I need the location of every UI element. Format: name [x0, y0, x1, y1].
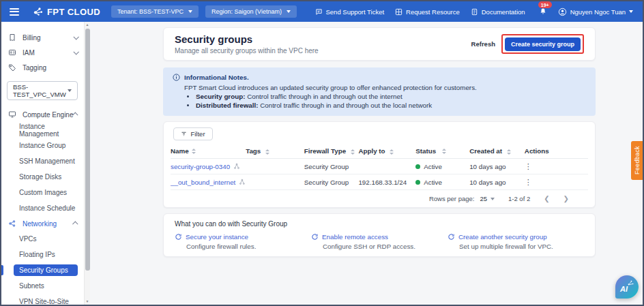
- security-groups-table-card: Filter Name Tags Firewall Type: [163, 121, 596, 208]
- network-icon: [8, 219, 17, 228]
- pagination-range: 1-2 of 2: [508, 195, 530, 202]
- table-row: __out_bound_internet Security Group 192.…: [171, 174, 588, 190]
- informational-notes-box: Informational Notes. FPT Smart Cloud int…: [163, 67, 596, 116]
- column-header-firewall-type[interactable]: Firewall Type: [304, 147, 359, 155]
- topology-icon: [233, 163, 240, 170]
- chevron-down-icon: [629, 10, 633, 13]
- sort-icon[interactable]: [507, 149, 511, 155]
- create-another-security-group-link[interactable]: Create another security group: [458, 233, 547, 241]
- tenant-label: Tenant: BSS-TEST-VPC: [117, 8, 184, 15]
- hamburger-menu-icon[interactable]: [10, 8, 19, 16]
- vpc-selector-dropdown[interactable]: BSS-TEST_VPC_VMW: [7, 81, 78, 100]
- chevron-down-icon: [73, 49, 78, 55]
- quick-actions-title: What you can do with Security Group: [175, 220, 584, 228]
- previous-page-button[interactable]: ❮: [544, 195, 549, 202]
- table-row: security-group-0340 Security Group Activ…: [171, 159, 588, 174]
- sidebar-section-networking[interactable]: Networking: [1, 216, 83, 231]
- filter-button[interactable]: Filter: [173, 127, 213, 140]
- sidebar-section-compute-engine[interactable]: Compute Engine: [1, 107, 83, 122]
- rows-per-page-label: Rows per page:: [429, 195, 475, 202]
- row-actions-menu-icon[interactable]: ⋮: [525, 178, 532, 187]
- request-resource-link[interactable]: Request Resource: [395, 8, 460, 16]
- feedback-tab[interactable]: Feedback: [631, 141, 643, 180]
- sidebar: Billing IAM Taggi: [1, 22, 90, 305]
- column-header-tags[interactable]: Tags: [246, 147, 304, 155]
- quick-action-subtitle: Set up multiple firewall for VPC.: [459, 243, 584, 250]
- cell-firewall-type: Security Group: [304, 179, 359, 186]
- column-header-apply-to[interactable]: Apply to: [358, 147, 415, 155]
- tenant-selector[interactable]: Tenant: BSS-TEST-VPC: [111, 5, 199, 18]
- page-subtitle: Manage all security groups within the VP…: [175, 47, 319, 55]
- brand-name: FPT CLOUD: [47, 7, 100, 17]
- rows-per-page-select[interactable]: 25: [480, 195, 495, 202]
- cell-status: Active: [415, 163, 469, 170]
- ai-assistant-button[interactable]: AI: [615, 275, 639, 299]
- scroll-down-arrow-icon[interactable]: ▼: [86, 299, 89, 304]
- column-header-created-at[interactable]: Created at: [469, 147, 521, 155]
- user-menu[interactable]: Nguyen Ngoc Tuan: [558, 7, 633, 16]
- sidebar-scrollbar[interactable]: ▲ ▼: [84, 22, 90, 305]
- sidebar-item-billing[interactable]: Billing: [1, 30, 83, 45]
- info-icon: [173, 74, 180, 81]
- navbar-right: Send Support Ticket Request Resource Doc…: [315, 7, 634, 16]
- document-icon: [471, 8, 478, 16]
- main-content: Security groups Manage all security grou…: [90, 22, 643, 305]
- user-avatar-icon: [558, 7, 567, 16]
- send-support-ticket-link[interactable]: Send Support Ticket: [315, 8, 385, 16]
- create-security-group-button[interactable]: Create security group: [505, 37, 581, 51]
- vpc-selector-value: BSS-TEST_VPC_VMW: [13, 83, 68, 98]
- sort-icon[interactable]: [390, 149, 394, 155]
- sort-icon[interactable]: [442, 149, 446, 154]
- scrollbar-thumb[interactable]: [85, 29, 90, 271]
- status-badge: Active: [424, 163, 442, 170]
- sidebar-item-ssh-management[interactable]: SSH Management: [1, 153, 83, 169]
- sidebar-item-storage-disks[interactable]: Storage Disks: [1, 169, 83, 185]
- column-header-name[interactable]: Name: [171, 147, 246, 155]
- monitor-icon: [8, 110, 17, 119]
- refresh-button[interactable]: Refresh: [471, 40, 495, 48]
- sidebar-item-tagging[interactable]: Tagging: [1, 60, 83, 75]
- security-group-link[interactable]: security-group-0340: [171, 163, 230, 170]
- next-page-button[interactable]: ❯: [564, 195, 569, 202]
- ai-molecule-icon: [627, 279, 634, 287]
- enable-remote-access-link[interactable]: Enable remote access: [322, 233, 388, 241]
- sidebar-item-vpn-site-to-site[interactable]: VPN Site-to-Site: [1, 294, 83, 305]
- ai-label: AI: [620, 285, 628, 293]
- annotation-highlight: Create security group: [501, 34, 584, 54]
- circular-arrow-icon: [311, 233, 319, 241]
- cell-apply-to: 192.168.33.1/24: [358, 179, 415, 186]
- sidebar-item-vpcs[interactable]: VPCs: [1, 231, 83, 247]
- security-group-link[interactable]: __out_bound_internet: [171, 179, 235, 186]
- sort-icon[interactable]: [265, 149, 269, 155]
- secure-instance-link[interactable]: Secure your instance: [186, 233, 248, 241]
- documentation-link[interactable]: Documentation: [471, 8, 525, 16]
- quick-action-subtitle: Configure firewall rules.: [186, 243, 311, 250]
- page-title: Security groups: [175, 33, 319, 45]
- region-label: Region: Saigon (Vietnam): [211, 8, 282, 15]
- quick-action-subtitle: Configure SSH or RDP access.: [323, 243, 448, 250]
- sort-icon[interactable]: [351, 149, 355, 155]
- iam-icon: [8, 48, 17, 57]
- sidebar-item-instance-management[interactable]: Instance Management: [1, 122, 83, 138]
- sidebar-item-instance-group[interactable]: Instance Group: [1, 138, 83, 153]
- sidebar-item-iam[interactable]: IAM: [1, 45, 83, 60]
- sidebar-item-subnets[interactable]: Subnets: [1, 278, 83, 294]
- sidebar-item-floating-ips[interactable]: Floating IPs: [1, 247, 83, 262]
- region-selector[interactable]: Region: Saigon (Vietnam): [205, 5, 297, 18]
- status-badge: Active: [424, 179, 442, 186]
- notifications-button[interactable]: 19+: [539, 7, 547, 16]
- scroll-up-arrow-icon[interactable]: ▲: [86, 22, 89, 27]
- sidebar-item-custom-images[interactable]: Custom Images: [1, 185, 83, 200]
- sidebar-item-security-groups[interactable]: Security Groups: [14, 264, 78, 276]
- row-actions-menu-icon[interactable]: ⋮: [525, 162, 532, 171]
- sidebar-item-instance-schedule[interactable]: Instance Schedule: [1, 200, 83, 216]
- billing-icon: [8, 33, 17, 42]
- info-intro: FPT Smart Cloud introduces an updated se…: [184, 84, 586, 91]
- status-dot: [415, 164, 420, 169]
- quick-action-remote-access: Enable remote access Configure SSH or RD…: [311, 233, 448, 250]
- column-header-status[interactable]: Status: [415, 147, 469, 155]
- sort-icon[interactable]: [192, 149, 196, 154]
- table-pagination: Rows per page: 25 1-2 of 2 ❮ ❯: [171, 190, 588, 207]
- tag-icon: [8, 63, 17, 72]
- table-header-row: Name Tags Firewall Type Apply to: [171, 144, 588, 159]
